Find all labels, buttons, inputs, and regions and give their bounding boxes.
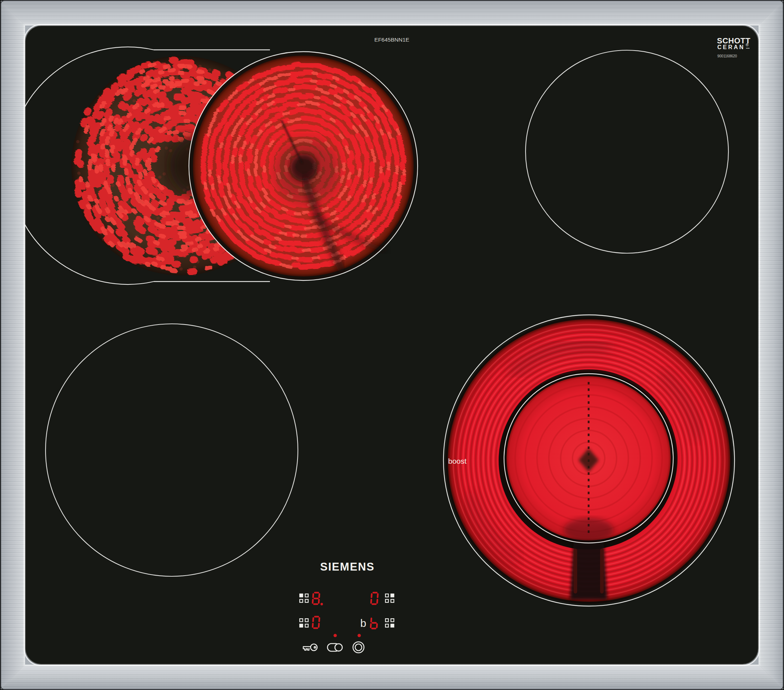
svg-text:SIEMENS: SIEMENS	[320, 561, 375, 573]
svg-text:9001168620: 9001168620	[717, 54, 737, 58]
svg-text:CERAN: CERAN	[717, 44, 745, 50]
svg-text:®: ®	[746, 43, 748, 47]
svg-text:b: b	[360, 617, 366, 629]
svg-text:EF645BNN1E: EF645BNN1E	[374, 36, 409, 43]
svg-text:boost: boost	[448, 457, 467, 465]
